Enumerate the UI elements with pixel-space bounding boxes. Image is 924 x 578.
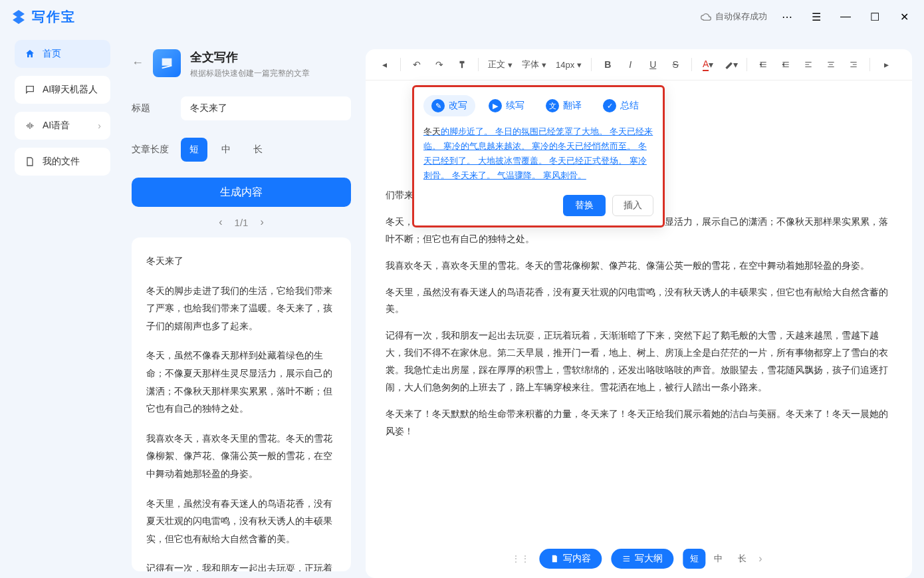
chat-icon: [24, 84, 36, 96]
align-left-button[interactable]: [798, 55, 819, 74]
preview-paragraph: 冬天的脚步走进了我们的生活，它给我们带来了严寒，也给我们带来了温暖。冬天来了，孩…: [146, 282, 336, 335]
length-next[interactable]: ›: [754, 553, 766, 565]
editor-toolbar: ◂ ↶ ↷ 正文▾ 字体▾ 14px▾ B I U S A ▾ ▾ ▸: [366, 49, 912, 80]
align-center-button[interactable]: [820, 55, 842, 74]
more-button[interactable]: ⋯: [778, 7, 796, 26]
preview-card: 冬天来了 冬天的脚步走进了我们的生活，它给我们带来了严寒，也给我们带来了温暖。冬…: [132, 237, 351, 571]
title-input[interactable]: [181, 96, 351, 120]
length-mid[interactable]: 中: [213, 138, 239, 162]
preview-paragraph: 记得有一次，我和朋友一起出去玩耍，正玩着玩着，天渐渐暗了下来，突然下起了鹅毛般的…: [146, 559, 336, 571]
pager-next[interactable]: ›: [260, 216, 263, 228]
sidebar-item-files[interactable]: 我的文件: [15, 148, 110, 176]
logo-icon: [11, 9, 27, 25]
sidebar-item-label: 我的文件: [43, 156, 80, 168]
close-button[interactable]: ✕: [895, 7, 913, 26]
editor-paragraph: 冬天来了！冬天默默的给生命带来积蓄的力量，冬天来了！冬天正给我们展示着她的洁白与…: [386, 406, 892, 440]
cloud-icon: [701, 11, 711, 22]
rewrite-icon: ✎: [431, 99, 445, 112]
bottom-length-long[interactable]: 长: [731, 549, 753, 569]
sidebar-item-label: 首页: [43, 48, 61, 60]
strike-button[interactable]: S: [665, 55, 686, 74]
svg-rect-0: [162, 59, 172, 66]
chevron-right-icon: ›: [98, 120, 101, 131]
minimize-button[interactable]: —: [836, 7, 855, 26]
bold-button[interactable]: B: [597, 55, 618, 74]
write-content-button[interactable]: 写内容: [539, 549, 602, 569]
home-icon: [24, 48, 36, 60]
summary-icon: ✓: [603, 99, 616, 112]
italic-button[interactable]: I: [620, 55, 641, 74]
continue-icon: ▶: [489, 99, 502, 112]
font-color-button[interactable]: A ▾: [697, 55, 719, 74]
preview-paragraph: 冬天里，虽然没有春天迷人的鸟语花香，没有夏天壮观的闪电雷鸣，没有秋天诱人的丰硕果…: [146, 495, 336, 548]
bottom-bar: ⋮⋮ 写内容 写大纲 短 中 长 ›: [511, 549, 766, 569]
preview-title: 冬天来了: [146, 252, 336, 270]
indent-increase-button[interactable]: [775, 55, 796, 74]
generate-button[interactable]: 生成内容: [132, 178, 351, 207]
list-icon: [622, 554, 631, 563]
sidebar: 首页 AI聊天机器人 AI语音 › 我的文件: [0, 33, 120, 578]
ai-tab-continue[interactable]: ▶ 续写: [481, 95, 532, 116]
font-select[interactable]: 字体▾: [518, 59, 550, 71]
preview-paragraph: 冬天，虽然不像春天那样到处藏着绿色的生命；不像夏天那样生灵尽显活力，展示自己的潇…: [146, 347, 336, 417]
sidebar-item-chatbot[interactable]: AI聊天机器人: [15, 76, 110, 104]
sidebar-item-label: AI聊天机器人: [43, 84, 98, 96]
text-style-select[interactable]: 正文▾: [484, 59, 517, 71]
pager-prev[interactable]: ‹: [219, 216, 222, 228]
ai-tab-rewrite[interactable]: ✎ 改写: [423, 95, 475, 116]
doc-icon: [550, 554, 559, 563]
length-label: 文章长度: [132, 144, 169, 156]
ai-tab-translate[interactable]: 文 翻译: [538, 95, 590, 116]
pager-indicator: 1/1: [235, 217, 249, 228]
align-right-button[interactable]: [843, 55, 864, 74]
app-name: 写作宝: [32, 8, 76, 26]
font-size-select[interactable]: 14px▾: [552, 60, 586, 70]
underline-button[interactable]: U: [642, 55, 663, 74]
redo-button[interactable]: ↷: [429, 55, 450, 74]
length-long[interactable]: 长: [245, 138, 271, 162]
ai-result-text: 冬天的脚步近了。 冬日的氛围已经笼罩了大地。 冬天已经来临。 寒冷的气息越来越浓…: [423, 124, 653, 183]
menu-button[interactable]: ☰: [807, 7, 826, 26]
file-icon: [24, 156, 36, 168]
editor-paragraph: 记得有一次，我和朋友一起出去玩耍，正玩着玩着，天渐渐暗了下来，突然下起了鹅毛般的…: [386, 327, 892, 396]
maximize-button[interactable]: ☐: [866, 7, 884, 26]
indent-decrease-button[interactable]: [752, 55, 774, 74]
editor-paragraph: 我喜欢冬天，喜欢冬天里的雪花。冬天的雪花像柳絮、像芦花、像蒲公英一般的雪花，在空…: [386, 257, 892, 275]
undo-button[interactable]: ↶: [406, 55, 427, 74]
bottom-length-mid[interactable]: 中: [707, 549, 729, 569]
format-paint-button[interactable]: [451, 55, 473, 74]
feature-icon: [153, 49, 181, 77]
translate-icon: 文: [546, 99, 559, 112]
write-outline-button[interactable]: 写大纲: [611, 549, 673, 569]
replace-button[interactable]: 替换: [563, 195, 606, 216]
panel-title: 全文写作: [190, 49, 310, 65]
highlight-button[interactable]: ▾: [720, 55, 741, 74]
autosave-status: 自动保存成功: [701, 11, 767, 23]
ai-tab-summary[interactable]: ✓ 总结: [595, 95, 647, 116]
sidebar-item-voice[interactable]: AI语音 ›: [15, 112, 110, 140]
title-label: 标题: [132, 102, 169, 114]
back-button[interactable]: ←: [132, 56, 144, 70]
voice-icon: [24, 120, 36, 132]
drag-handle-icon[interactable]: ⋮⋮: [511, 553, 530, 564]
editor-paragraph: 冬天里，虽然没有春天迷人的鸟语花香，没有夏天壮观的闪电雷鸣，没有秋天诱人的丰硕果…: [386, 284, 892, 319]
sidebar-item-label: AI语音: [43, 120, 70, 132]
sidebar-item-home[interactable]: 首页: [15, 40, 110, 68]
panel-subtitle: 根据标题快速创建一篇完整的文章: [190, 68, 310, 79]
insert-button[interactable]: 插入: [612, 195, 653, 216]
toolbar-next[interactable]: ▸: [875, 55, 897, 74]
toolbar-prev[interactable]: ◂: [374, 55, 395, 74]
app-logo: 写作宝: [11, 8, 76, 26]
preview-paragraph: 我喜欢冬天，喜欢冬天里的雪花。冬天的雪花像柳絮、像芦花、像蒲公英一般的雪花，在空…: [146, 430, 336, 483]
length-short[interactable]: 短: [181, 138, 207, 162]
ai-popup: ✎ 改写 ▶ 续写 文 翻译 ✓ 总结 冬天的脚步近了。 冬日的氛围已经笼罩了大…: [412, 85, 665, 227]
bottom-length-short[interactable]: 短: [683, 549, 705, 569]
